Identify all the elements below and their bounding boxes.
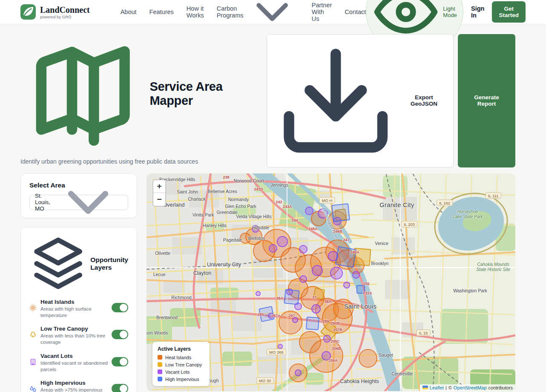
vacant-overlay[interactable] bbox=[311, 304, 321, 314]
export-geojson-button[interactable]: Export GeoJSON bbox=[267, 34, 454, 167]
canopy-overlay[interactable] bbox=[313, 287, 325, 299]
legend-entry: Vacant Lots bbox=[158, 369, 204, 375]
leaflet-link[interactable]: Leaflet bbox=[430, 385, 444, 390]
imperv-overlay[interactable] bbox=[331, 203, 350, 222]
layer-toggle[interactable] bbox=[112, 384, 128, 392]
heat-overlay[interactable] bbox=[240, 233, 251, 244]
nav-item[interactable]: Partner With Us bbox=[312, 2, 332, 22]
vacant-overlay[interactable] bbox=[323, 335, 331, 343]
vacant-overlay[interactable] bbox=[330, 267, 343, 280]
sidebar: Select Area St. Louis, MO Opportunity La… bbox=[20, 173, 137, 392]
area-dropdown[interactable]: St. Louis, MO bbox=[29, 195, 128, 210]
legend-title: Active Layers bbox=[158, 346, 204, 352]
legend-entry: Low Tree Canopy bbox=[158, 362, 204, 367]
top-navbar: LandConnect powered by GRŌ About Feature… bbox=[0, 0, 546, 24]
layer-toggle[interactable] bbox=[112, 330, 128, 339]
layer-row: Vacant Lots Identified vacant or abandon… bbox=[29, 353, 128, 373]
generate-report-button[interactable]: Generate Report bbox=[458, 34, 515, 167]
imperv-overlay[interactable] bbox=[335, 246, 357, 268]
vacant-overlay[interactable] bbox=[299, 275, 307, 283]
zoom-in-button[interactable]: + bbox=[153, 180, 165, 193]
vacant-overlay[interactable] bbox=[252, 225, 259, 233]
legend-entry: High Impervious bbox=[158, 377, 204, 382]
layer-toggle[interactable] bbox=[112, 303, 128, 312]
vacant-overlay[interactable] bbox=[256, 291, 261, 296]
map-icon bbox=[20, 31, 145, 156]
content-column: Breckenridge HillsSaint JohnCharlackOver… bbox=[147, 173, 515, 392]
layer-icon bbox=[29, 331, 37, 338]
vacant-overlay[interactable] bbox=[269, 244, 277, 253]
layer-row: Low Tree Canopy Areas with less than 10%… bbox=[29, 326, 128, 346]
layer-row: Heat Islands Areas with high surface tem… bbox=[29, 299, 128, 319]
layer-icon bbox=[29, 304, 37, 311]
page: LandConnect powered by GRŌ About Feature… bbox=[0, 0, 546, 392]
nav-item[interactable]: Contact bbox=[345, 9, 366, 15]
heat-overlay[interactable] bbox=[279, 311, 302, 334]
nav-item[interactable]: Features bbox=[149, 9, 174, 15]
vacant-overlay[interactable] bbox=[292, 317, 298, 323]
imperv-overlay[interactable] bbox=[284, 289, 299, 305]
zoom-out-button[interactable]: − bbox=[153, 193, 165, 206]
imperv-overlay[interactable] bbox=[306, 317, 319, 330]
vacant-overlay[interactable] bbox=[305, 207, 313, 215]
area-dropdown-value: St. Louis, MO bbox=[35, 193, 54, 212]
heat-overlay[interactable] bbox=[359, 349, 377, 368]
get-started-button[interactable]: Get Started bbox=[492, 1, 526, 23]
sign-in-link[interactable]: Sign In bbox=[471, 5, 484, 19]
nav-item[interactable]: About bbox=[121, 9, 137, 15]
vacant-overlay[interactable] bbox=[318, 208, 328, 219]
vacant-overlay[interactable] bbox=[322, 351, 331, 360]
layers-list: Heat Islands Areas with high surface tem… bbox=[29, 299, 128, 392]
vacant-overlay[interactable] bbox=[343, 282, 350, 288]
vacant-overlay[interactable] bbox=[295, 369, 302, 376]
map-zoom-control: + − bbox=[152, 179, 166, 207]
vacant-overlay[interactable] bbox=[299, 245, 307, 254]
map-legend: Active Layers Heat Islands Low Tree Cano… bbox=[152, 342, 210, 386]
layers-icon bbox=[29, 235, 87, 293]
layer-icon bbox=[29, 358, 37, 366]
legend-color-chip bbox=[158, 362, 162, 367]
ukraine-flag-icon bbox=[422, 386, 428, 389]
map-attribution: Leaflet | © OpenStreetMap contributors bbox=[420, 384, 515, 391]
osm-link[interactable]: OpenStreetMap bbox=[454, 385, 487, 390]
page-subtitle: Identify urban greening opportunities us… bbox=[20, 158, 267, 165]
select-area-panel: Select Area St. Louis, MO bbox=[20, 173, 137, 218]
imperv-overlay[interactable] bbox=[259, 306, 275, 322]
leaf-icon bbox=[20, 4, 36, 20]
opportunity-layers-panel: Opportunity Layers Heat Islands Areas wi… bbox=[20, 227, 137, 392]
legend-entry: Heat Islands bbox=[158, 355, 204, 360]
vacant-overlay[interactable] bbox=[312, 265, 323, 276]
legend-color-chip bbox=[158, 355, 162, 360]
legend-color-chip bbox=[158, 369, 162, 374]
vacant-overlay[interactable] bbox=[277, 236, 288, 247]
legend-color-chip bbox=[158, 377, 162, 381]
layers-panel-title: Opportunity Layers bbox=[90, 256, 128, 271]
layer-toggle[interactable] bbox=[112, 357, 128, 366]
chevron-down-icon bbox=[54, 168, 123, 237]
layer-row: High Impervious Areas with >75% impervio… bbox=[29, 380, 128, 392]
imperv-overlay[interactable] bbox=[356, 285, 365, 294]
vacant-overlay[interactable] bbox=[278, 344, 283, 349]
brand-name: LandConnect bbox=[40, 5, 90, 14]
layer-icon bbox=[29, 385, 37, 392]
brand-logo[interactable]: LandConnect powered by GRŌ bbox=[20, 4, 90, 20]
map-canvas[interactable]: Breckenridge HillsSaint JohnCharlackOver… bbox=[147, 173, 515, 391]
page-header: Service Area Mapper Identify urban green… bbox=[0, 24, 546, 167]
download-icon bbox=[273, 38, 398, 163]
vacant-overlay[interactable] bbox=[352, 271, 360, 279]
brand-tagline: powered by GRŌ bbox=[40, 14, 90, 19]
page-title: Service Area Mapper bbox=[149, 80, 266, 108]
nav-item[interactable]: How it Works bbox=[187, 5, 204, 19]
